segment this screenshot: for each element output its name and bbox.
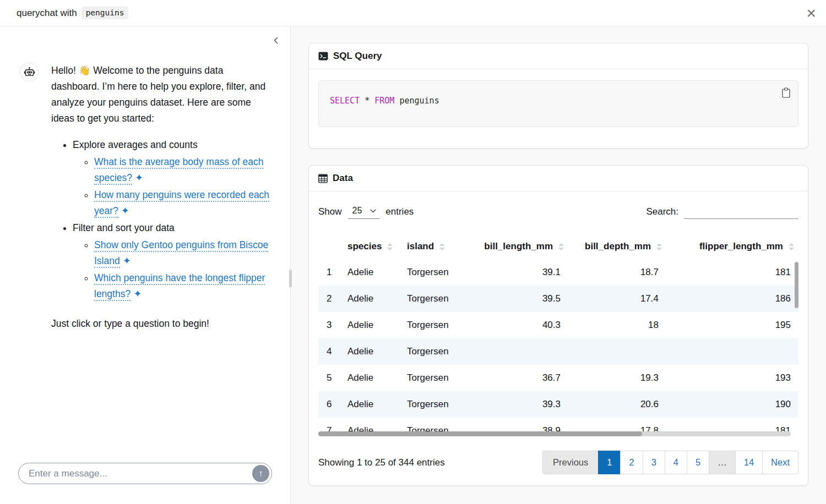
table-cell: 18.7 <box>569 259 667 286</box>
row-index-cell: 2 <box>318 286 339 312</box>
suggestion-item: Show only Gentoo penguins from Biscoe Is… <box>94 237 270 269</box>
table-icon <box>318 174 328 183</box>
table-cell <box>569 338 667 365</box>
suggestion-link[interactable]: What is the average body mass of each sp… <box>94 156 263 183</box>
pagination-button-5[interactable]: 5 <box>687 451 709 474</box>
search-control: Search: <box>646 205 798 219</box>
row-index-header[interactable] <box>318 234 339 259</box>
send-button[interactable]: ↑ <box>252 465 269 482</box>
table-cell: 36.7 <box>465 365 569 391</box>
page-length-value: 25 <box>352 206 362 216</box>
pagination-button-…: … <box>709 451 736 474</box>
table-cell: 181 <box>667 259 798 286</box>
table-row: 4AdelieTorgersen <box>318 338 798 365</box>
horizontal-scrollbar-track <box>318 431 791 436</box>
row-index-cell: 6 <box>318 391 339 418</box>
suggestion-link[interactable]: Which penguins have the longest flipper … <box>94 272 265 299</box>
table-cell <box>667 338 798 365</box>
chat-input[interactable] <box>18 463 272 484</box>
up-arrow-icon: ↑ <box>258 468 263 479</box>
panel-resize-handle[interactable] <box>289 270 292 287</box>
chat-panel: Hello! 👋 Welcome to the penguins data da… <box>0 26 291 504</box>
sql-code: SELECT * FROM penguins <box>330 96 439 106</box>
table-row: 2AdelieTorgersen39.517.4186 <box>318 286 798 312</box>
suggestion-item: How many penguins were recorded each yea… <box>94 187 270 219</box>
close-icon[interactable]: × <box>806 5 816 21</box>
suggestion-group-label: Explore averages and counts <box>73 139 198 150</box>
table-cell: Torgersen <box>399 365 465 391</box>
sparkle-icon: ✦ <box>123 255 131 266</box>
vertical-scrollbar[interactable] <box>795 262 798 308</box>
data-card: Data Show 25 entries <box>308 165 808 486</box>
table-cell: Adelie <box>339 312 399 338</box>
sql-card-body: SELECT * FROM penguins <box>309 69 808 148</box>
table-cell: Torgersen <box>399 312 465 338</box>
table-cell <box>465 338 569 365</box>
sparkle-icon: ✦ <box>133 288 142 299</box>
copy-icon[interactable] <box>780 86 792 101</box>
sparkle-icon: ✦ <box>121 205 129 216</box>
suggestion-item: What is the average body mass of each sp… <box>94 154 270 186</box>
sql-card-title: SQL Query <box>333 51 382 62</box>
table-footer: Showing 1 to 25 of 344 entries Previous1… <box>318 451 798 474</box>
column-header-species[interactable]: species <box>339 234 399 259</box>
column-label: bill_length_mm <box>484 241 553 252</box>
table-cell: 186 <box>667 286 798 312</box>
data-table: speciesislandbill_length_mmbill_depth_mm… <box>318 234 798 437</box>
sql-card-header: SQL Query <box>309 43 808 69</box>
column-header-bill_length_mm[interactable]: bill_length_mm <box>465 234 569 259</box>
pagination-button-next[interactable]: Next <box>762 451 798 474</box>
data-card-header: Data <box>309 166 808 191</box>
table-cell: 17.4 <box>569 286 667 312</box>
pagination-button-2[interactable]: 2 <box>620 451 643 474</box>
table-cell: 193 <box>667 365 798 391</box>
table-search-input[interactable] <box>684 205 798 219</box>
sort-icon <box>656 243 662 250</box>
suggestion-group-label: Filter and sort your data <box>73 222 175 233</box>
pagination-button-14[interactable]: 14 <box>735 451 763 474</box>
row-index-cell: 1 <box>318 259 339 286</box>
suggestion-link[interactable]: How many penguins were recorded each yea… <box>94 189 269 216</box>
column-label: bill_depth_mm <box>585 241 651 252</box>
table-row: 5AdelieTorgersen36.719.3193 <box>318 365 798 391</box>
title-dataset-chip: penguins <box>81 7 129 19</box>
pagination-button-4[interactable]: 4 <box>665 451 687 474</box>
column-header-bill_depth_mm[interactable]: bill_depth_mm <box>569 234 667 259</box>
sort-icon <box>387 243 393 250</box>
row-index-cell: 4 <box>318 338 339 365</box>
pagination-button-previous: Previous <box>542 451 599 474</box>
horizontal-scrollbar[interactable] <box>318 431 642 436</box>
table-info: Showing 1 to 25 of 344 entries <box>318 457 445 468</box>
sparkle-icon: ✦ <box>135 172 143 183</box>
suggestion-group: Filter and sort your dataShow only Gento… <box>73 220 270 302</box>
suggestion-link[interactable]: Show only Gentoo penguins from Biscoe Is… <box>94 239 268 266</box>
chat-closing: Just click or type a question to begin! <box>51 316 270 332</box>
table-cell: 20.6 <box>569 391 667 418</box>
pagination-button-1[interactable]: 1 <box>598 451 621 474</box>
clipboard-icon <box>782 87 790 98</box>
terminal-icon <box>318 51 328 61</box>
pagination-button-3[interactable]: 3 <box>643 451 665 474</box>
chevron-down-icon <box>370 209 376 213</box>
table-controls: Show 25 entries Search: <box>318 205 798 219</box>
table-cell: 39.5 <box>465 286 569 312</box>
column-header-flipper_length_mm[interactable]: flipper_length_mm <box>667 234 798 259</box>
table-cell: 40.3 <box>465 312 569 338</box>
table-viewport: speciesislandbill_length_mmbill_depth_mm… <box>318 234 798 437</box>
table-cell: Torgersen <box>399 286 465 312</box>
table-cell: Torgersen <box>399 391 465 418</box>
collapse-panel-button[interactable] <box>271 35 281 47</box>
column-label: flipper_length_mm <box>699 241 783 252</box>
page-length-select[interactable]: 25 <box>348 205 380 219</box>
show-label: Show <box>318 206 342 217</box>
row-index-cell: 3 <box>318 312 339 338</box>
column-label: species <box>347 241 382 252</box>
column-header-island[interactable]: island <box>399 234 465 259</box>
table-cell: 39.1 <box>465 259 569 286</box>
chevron-left-icon <box>272 36 280 45</box>
page-length-control: Show 25 entries <box>318 205 414 219</box>
data-card-body: Show 25 entries Search: <box>309 191 808 485</box>
table-cell: 39.3 <box>465 391 569 418</box>
table-cell: Adelie <box>339 338 399 365</box>
suggestion-groups: Explore averages and countsWhat is the a… <box>51 137 270 302</box>
